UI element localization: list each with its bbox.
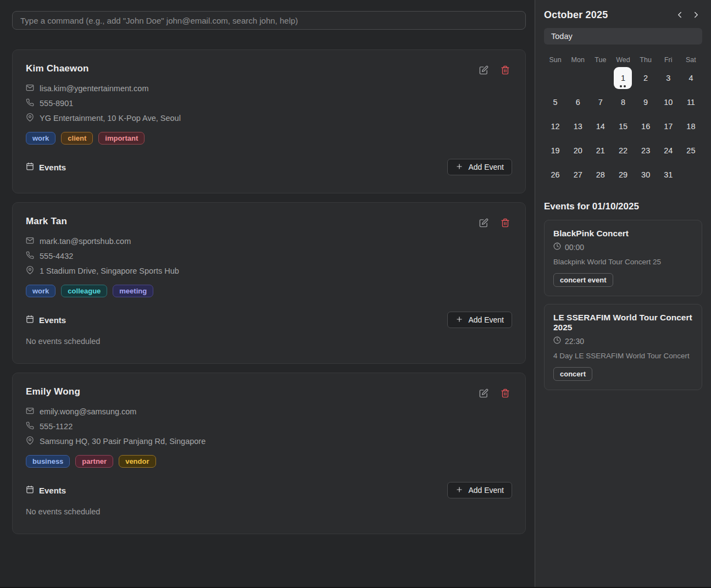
calendar-day[interactable]: 19 (544, 138, 566, 163)
mail-icon (26, 84, 34, 93)
contact-tag: meeting (113, 285, 153, 297)
calendar-day[interactable]: 14 (589, 114, 612, 138)
calendar-day[interactable]: 17 (657, 114, 680, 138)
events-section-label: Events (26, 315, 66, 325)
calendar-day[interactable]: 12 (544, 114, 566, 138)
phone-icon (26, 251, 34, 261)
calendar-icon (26, 485, 34, 495)
calendar-day[interactable]: 3 (657, 66, 680, 90)
calendar-day[interactable]: 31 (657, 163, 680, 187)
chevron-right-icon (691, 13, 701, 21)
calendar-empty-cell (566, 66, 589, 90)
contact-name: Mark Tan (26, 216, 67, 227)
contacts-panel: Kim Chaewon lisa.kim@ygentertainment.com… (0, 0, 535, 587)
calendar-day[interactable]: 11 (680, 90, 702, 114)
calendar-grid: 1234567891011121314151617181920212223242… (544, 66, 702, 187)
weekday-label: Mon (566, 54, 589, 66)
calendar-day[interactable]: 18 (680, 114, 702, 138)
contact-tag: client (61, 132, 93, 145)
add-event-button[interactable]: Add Event (447, 482, 512, 498)
contact-address: Samsung HQ, 30 Pasir Panjang Rd, Singapo… (26, 436, 512, 446)
contact-tag: partner (75, 455, 113, 468)
delete-contact-button[interactable] (498, 216, 512, 230)
calendar-day[interactable]: 5 (544, 90, 566, 114)
calendar-day[interactable]: 6 (566, 90, 589, 114)
calendar-day[interactable]: 4 (680, 66, 702, 90)
event-tag: concert event (553, 273, 613, 287)
calendar-day[interactable]: 30 (635, 163, 657, 187)
calendar-day[interactable]: 1 (612, 66, 634, 90)
calendar-day[interactable]: 2 (635, 66, 657, 90)
delete-contact-button[interactable] (498, 63, 512, 77)
event-description: 4 Day LE SSERAFIM World Tour Concert (553, 352, 693, 360)
edit-contact-button[interactable] (477, 216, 491, 230)
calendar-day[interactable]: 15 (612, 114, 634, 138)
event-tag: concert (553, 367, 592, 381)
calendar-day[interactable]: 13 (566, 114, 589, 138)
edit-icon (479, 68, 488, 76)
contact-name: Kim Chaewon (26, 63, 89, 74)
calendar-icon (26, 315, 34, 325)
event-title: LE SSERAFIM World Tour Concert 2025 (553, 313, 693, 332)
delete-contact-button[interactable] (498, 386, 512, 400)
weekday-header: Sun Mon Tue Wed Thu Fri Sat (544, 54, 702, 66)
phone-icon (26, 98, 34, 108)
contact-name: Emily Wong (26, 386, 80, 397)
event-time: 00:00 (553, 242, 693, 252)
contact-tag: business (26, 455, 70, 468)
calendar-next-button[interactable] (690, 9, 702, 21)
edit-contact-button[interactable] (477, 63, 491, 77)
calendar-selected-day[interactable]: 1 (614, 67, 632, 89)
edit-icon (479, 221, 488, 229)
map-pin-icon (26, 113, 34, 123)
calendar-day[interactable]: 25 (680, 138, 702, 163)
trash-icon (501, 221, 510, 229)
calendar-prev-button[interactable] (674, 9, 686, 21)
calendar-day[interactable]: 9 (635, 90, 657, 114)
contact-card: Mark Tan mark.tan@sportshub.com 555-4432… (12, 202, 526, 364)
calendar-day[interactable]: 22 (612, 138, 634, 163)
contact-tag: vendor (119, 455, 155, 468)
contact-email: lisa.kim@ygentertainment.com (26, 84, 512, 93)
contact-tag: important (98, 132, 145, 145)
map-pin-icon (26, 436, 34, 446)
add-event-button[interactable]: Add Event (447, 312, 512, 328)
command-input[interactable] (12, 11, 526, 30)
edit-contact-button[interactable] (477, 386, 491, 400)
contact-phone: 555-4432 (26, 251, 512, 261)
add-event-button[interactable]: Add Event (447, 159, 512, 175)
contact-tag: work (26, 132, 55, 145)
contact-email: emily.wong@samsung.com (26, 407, 512, 417)
edit-icon (479, 391, 488, 400)
calendar-day[interactable]: 29 (612, 163, 634, 187)
events-section-label: Events (26, 485, 66, 495)
event-title: BlackPink Concert (553, 229, 693, 238)
no-events-text: No events scheduled (26, 507, 512, 516)
event-time: 22:30 (553, 336, 693, 346)
calendar-day[interactable]: 24 (657, 138, 680, 163)
event-card: LE SSERAFIM World Tour Concert 2025 22:3… (544, 304, 702, 390)
contact-address: YG Entertainment, 10 K-Pop Ave, Seoul (26, 113, 512, 123)
calendar-icon (26, 162, 34, 172)
contact-card: Kim Chaewon lisa.kim@ygentertainment.com… (12, 49, 526, 193)
phone-icon (26, 421, 34, 431)
calendar-day[interactable]: 21 (589, 138, 612, 163)
calendar-day[interactable]: 16 (635, 114, 657, 138)
calendar-day[interactable]: 23 (635, 138, 657, 163)
weekday-label: Thu (635, 54, 657, 66)
weekday-label: Sat (680, 54, 702, 66)
calendar-day[interactable]: 20 (566, 138, 589, 163)
calendar-day[interactable]: 8 (612, 90, 634, 114)
contact-tag: work (26, 285, 55, 297)
calendar-day[interactable]: 7 (589, 90, 612, 114)
calendar-day[interactable]: 27 (566, 163, 589, 187)
calendar-day[interactable]: 28 (589, 163, 612, 187)
calendar-month-title: October 2025 (544, 9, 608, 21)
event-card: BlackPink Concert 00:00 Blackpink World … (544, 220, 702, 296)
contact-card: Emily Wong emily.wong@samsung.com 555-11… (12, 373, 526, 534)
calendar-day[interactable]: 10 (657, 90, 680, 114)
today-button[interactable]: Today (544, 28, 702, 45)
chevron-left-icon (675, 13, 685, 21)
calendar-day[interactable]: 26 (544, 163, 566, 187)
calendar-empty-cell (589, 66, 612, 90)
